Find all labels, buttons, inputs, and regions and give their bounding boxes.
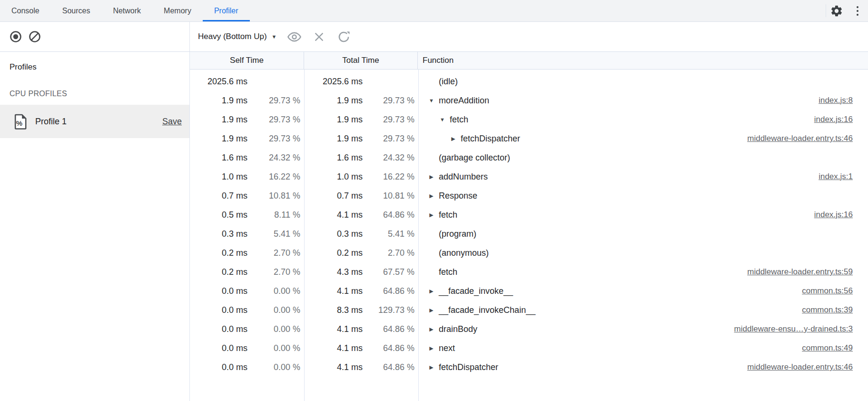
function-name: __facade_invoke__: [439, 286, 513, 296]
table-row[interactable]: 2025.6 ms 2025.6 ms ▶ (idle): [190, 72, 868, 91]
self-time-percent: 0.00 %: [247, 362, 300, 372]
disclosure-triangle-icon[interactable]: ▶: [450, 136, 456, 142]
table-row[interactable]: 0.2 ms 2.70 % 4.3 ms 67.57 % ▶ fetch mid…: [190, 262, 868, 281]
focus-selected-button[interactable]: [287, 30, 301, 44]
function-cell: ▶ __facade_invokeChain__: [419, 305, 868, 315]
disclosure-triangle-icon[interactable]: ▶: [428, 307, 434, 313]
disclosure-triangle-icon[interactable]: ▶: [428, 193, 434, 199]
total-time-percent: 64.86 %: [363, 343, 414, 353]
more-options-button[interactable]: [847, 0, 868, 21]
total-time-cell: 1.9 ms 29.73 %: [305, 96, 419, 106]
source-link[interactable]: middleware-ensu…y-drained.ts:3: [734, 324, 853, 334]
restore-all-button[interactable]: [336, 30, 351, 44]
self-time-cell: 0.0 ms 0.00 %: [190, 305, 305, 315]
self-time-value: 1.6 ms: [190, 153, 247, 163]
self-time-percent: 29.73 %: [247, 134, 300, 144]
table-row[interactable]: 0.7 ms 10.81 % 0.7 ms 10.81 % ▶ Response: [190, 186, 868, 205]
self-time-value: 1.9 ms: [190, 115, 247, 125]
self-time-cell: 1.9 ms 29.73 %: [190, 115, 305, 125]
source-link[interactable]: middleware-loader.entry.ts:46: [747, 134, 853, 143]
table-row[interactable]: 0.0 ms 0.00 % 4.1 ms 64.86 % ▶ __facade_…: [190, 281, 868, 301]
source-link[interactable]: middleware-loader.entry.ts:46: [747, 362, 853, 372]
profiles-sidebar: Profiles CPU PROFILES % Profile 1 Save: [0, 52, 190, 401]
tab-memory[interactable]: Memory: [152, 0, 203, 21]
tab-console[interactable]: Console: [0, 0, 51, 21]
tab-network[interactable]: Network: [101, 0, 152, 21]
source-link[interactable]: middleware-loader.entry.ts:59: [747, 267, 853, 277]
save-profile-link[interactable]: Save: [162, 117, 182, 127]
table-row[interactable]: 0.5 ms 8.11 % 4.1 ms 64.86 % ▶ fetch ind…: [190, 205, 868, 224]
disclosure-triangle-icon[interactable]: ▶: [428, 212, 434, 218]
function-name: drainBody: [439, 324, 477, 334]
clear-button[interactable]: [28, 30, 42, 44]
disclosure-triangle-icon[interactable]: ▶: [428, 174, 434, 180]
table-row[interactable]: 1.9 ms 29.73 % 1.9 ms 29.73 % ▼ fetch in…: [190, 110, 868, 129]
total-time-percent: 64.86 %: [363, 286, 414, 296]
disclosure-triangle-icon[interactable]: ▶: [428, 364, 434, 371]
total-time-cell: 1.6 ms 24.32 %: [305, 153, 419, 163]
table-row[interactable]: 0.2 ms 2.70 % 0.2 ms 2.70 % ▶ (anonymous…: [190, 243, 868, 262]
profile-view-label: Heavy (Bottom Up): [198, 32, 267, 41]
source-link[interactable]: index.js:1: [819, 172, 853, 181]
table-row[interactable]: 0.0 ms 0.00 % 4.1 ms 64.86 % ▶ fetchDisp…: [190, 358, 868, 377]
table-row[interactable]: 0.3 ms 5.41 % 0.3 ms 5.41 % ▶ (program): [190, 224, 868, 243]
total-time-cell: 4.3 ms 67.57 %: [305, 267, 419, 277]
settings-button[interactable]: [826, 0, 847, 21]
column-header-total-time[interactable]: Total Time: [304, 52, 418, 69]
table-row[interactable]: 0.0 ms 0.00 % 4.1 ms 64.86 % ▶ next comm…: [190, 339, 868, 358]
disclosure-triangle-icon[interactable]: ▶: [428, 345, 434, 351]
total-time-value: 1.9 ms: [305, 115, 363, 125]
profile-view-select[interactable]: Heavy (Bottom Up) ▼: [198, 32, 276, 41]
total-time-cell: 4.1 ms 64.86 %: [305, 286, 419, 296]
table-row[interactable]: 1.6 ms 24.32 % 1.6 ms 24.32 % ▶ (garbage…: [190, 148, 868, 167]
self-time-cell: 0.0 ms 0.00 %: [190, 324, 305, 334]
total-time-percent: 64.86 %: [363, 362, 414, 372]
disclosure-triangle-icon[interactable]: ▼: [428, 98, 434, 103]
tabbar-spacer: [250, 0, 826, 21]
table-row[interactable]: 1.9 ms 29.73 % 1.9 ms 29.73 % ▼ moreAddi…: [190, 91, 868, 110]
toolbar-left-section: [0, 22, 190, 51]
disclosure-triangle-icon[interactable]: ▶: [428, 326, 434, 332]
total-time-value: 4.1 ms: [305, 324, 363, 334]
disclosure-triangle-icon[interactable]: ▼: [439, 117, 445, 122]
column-header-function[interactable]: Function: [418, 52, 868, 69]
self-time-cell: 2025.6 ms: [190, 77, 305, 87]
table-row[interactable]: 0.0 ms 0.00 % 8.3 ms 129.73 % ▶ __facade…: [190, 301, 868, 320]
self-time-value: 0.2 ms: [190, 248, 247, 258]
self-time-value: 0.0 ms: [190, 343, 247, 353]
total-time-percent: 129.73 %: [363, 305, 414, 315]
total-time-cell: 1.9 ms 29.73 %: [305, 134, 419, 144]
function-name: (garbage collector): [439, 153, 510, 163]
record-button[interactable]: [9, 30, 23, 44]
tab-sources[interactable]: Sources: [51, 0, 102, 21]
source-link[interactable]: common.ts:56: [802, 286, 853, 296]
disclosure-triangle-icon[interactable]: ▶: [428, 288, 434, 294]
self-time-percent: 16.22 %: [247, 172, 300, 182]
source-link[interactable]: index.js:16: [814, 115, 853, 124]
tab-profiler[interactable]: Profiler: [203, 0, 250, 21]
total-time-cell: 4.1 ms 64.86 %: [305, 343, 419, 353]
total-time-cell: 4.1 ms 64.86 %: [305, 210, 419, 220]
table-row[interactable]: 1.0 ms 16.22 % 1.0 ms 16.22 % ▶ addNumbe…: [190, 167, 868, 186]
sidebar-item-profile-1[interactable]: % Profile 1 Save: [0, 105, 189, 138]
column-header-self-time[interactable]: Self Time: [190, 52, 304, 69]
self-time-percent: 0.00 %: [247, 324, 300, 334]
total-time-percent: 5.41 %: [363, 229, 414, 239]
grid-header: Self Time Total Time Function: [190, 52, 868, 70]
source-link[interactable]: index.js:8: [819, 96, 853, 105]
self-time-cell: 0.0 ms 0.00 %: [190, 362, 305, 372]
source-link[interactable]: common.ts:39: [802, 305, 853, 315]
table-row[interactable]: 0.0 ms 0.00 % 4.1 ms 64.86 % ▶ drainBody…: [190, 320, 868, 339]
chevron-down-icon: ▼: [272, 34, 277, 40]
source-link[interactable]: index.js:16: [814, 210, 853, 220]
function-cell: ▼ moreAddition: [419, 96, 868, 106]
table-row[interactable]: 1.9 ms 29.73 % 1.9 ms 29.73 % ▶ fetchDis…: [190, 129, 868, 148]
source-link[interactable]: common.ts:49: [802, 343, 853, 353]
exclude-selected-button[interactable]: [312, 30, 326, 44]
cpu-profiles-section-label: CPU PROFILES: [10, 89, 189, 99]
record-icon: [9, 30, 22, 43]
self-time-value: 0.0 ms: [190, 305, 247, 315]
total-time-percent: 64.86 %: [363, 210, 414, 220]
total-time-percent: 16.22 %: [363, 172, 414, 182]
function-cell: ▶ (idle): [419, 77, 868, 87]
